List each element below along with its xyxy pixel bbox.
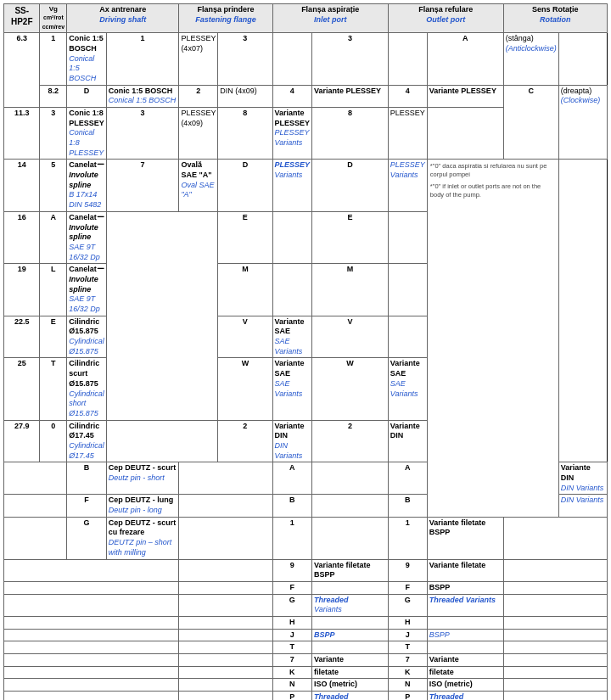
fl-ref-desc-3: PLESSEY — [388, 107, 427, 159]
fl-asp-code-P: P — [272, 692, 312, 700]
fl-asp-desc-W: Variante SAE SAE Variants — [272, 358, 312, 420]
vg-cell: 6.3 — [4, 33, 40, 108]
fl-ref-code-P: P — [388, 692, 427, 700]
fl-pr-empty6 — [179, 559, 272, 581]
header-row: SS-HP2F Vg cm³/rot ccm/rev Ax antrenare … — [4, 4, 608, 33]
fl-asp-code-A: A — [272, 462, 312, 495]
fl-asp-desc-3: Variante PLESSEY PLESSEY Variants — [272, 107, 312, 159]
fl-ref-desc-H — [427, 616, 503, 629]
empty-ax-big2 — [4, 581, 179, 594]
fl-pr-desc: PLESSEY (4x07) — [179, 33, 218, 85]
fl-asp-code-W: W — [218, 358, 272, 420]
ax-desc-B: Cep DEUTZ - scurt Deutz pin - short — [106, 462, 179, 495]
fl-pr-empty15 — [179, 692, 272, 700]
empty-sens3 — [503, 581, 607, 594]
fl-asp-desc-9: Variante filetate BSPP — [312, 559, 389, 581]
ax-desc: Conic 1:5 BOSCH Conical 1:5 BOSCH — [67, 33, 107, 85]
ax-code: 1 — [40, 33, 67, 85]
fl-asp-code-1: 1 — [272, 517, 312, 559]
fl-ref-desc-E — [388, 211, 427, 263]
fl-ref-code-H: H — [388, 616, 427, 629]
fl-ref-desc-2: Variante PLESSEY — [427, 85, 503, 107]
fl-asp-code-V: V — [218, 316, 272, 358]
ax-desc-5: Canelatー Involute spline B 17x14 DIN 548… — [67, 160, 107, 211]
table-row: G Cep DEUTZ - scurt cu frezare DEUTZ pin… — [4, 517, 608, 559]
fl-ref-desc-2x: Variante DIN — [388, 420, 427, 462]
fl-ref-code-2: 4 — [388, 85, 427, 107]
model-header: SS-HP2F — [4, 4, 40, 33]
fl-pr-empty2 — [106, 420, 217, 462]
fl-ref-code-2x: 2 — [312, 420, 389, 462]
fl-asp-desc — [272, 33, 312, 85]
fl-asp-desc-V: Variante SAE SAE Variants — [272, 316, 312, 358]
ax-desc-0: Cilindric Ø17.45 Cylindrical Ø17.45 — [67, 420, 107, 462]
table-row: 8.2 D Conic 1:5 BOSCH Conical 1:5 BOSCH … — [4, 85, 608, 107]
fl-ref-code-W: W — [312, 358, 389, 420]
fl-pr-code-7: 7 — [106, 160, 179, 211]
ax-letter-L: L — [40, 264, 67, 316]
empty-sens9 — [503, 666, 607, 679]
empty-sens5 — [503, 616, 607, 629]
fl-asp-code-E: E — [218, 211, 272, 263]
ax-header: Ax antrenare Driving shaft — [67, 4, 179, 33]
ax-desc-G: Cep DEUTZ - scurt cu frezare DEUTZ pin –… — [106, 517, 179, 559]
fl-asp-desc-2: Variante PLESSEY — [312, 85, 389, 107]
empty-ax-big3 — [4, 594, 179, 616]
empty-ax-big7 — [4, 654, 179, 667]
fl-asp-desc-J: BSPP — [312, 629, 389, 641]
fl-asp-code-G: G — [272, 594, 312, 616]
empty-sens7 — [503, 641, 607, 654]
empty-ax-big9 — [4, 679, 179, 692]
fl-asp-code-2: 4 — [272, 85, 312, 107]
fl-asp-desc-K: filetate — [312, 666, 389, 679]
table-row: J BSPP J BSPP — [4, 629, 608, 641]
empty-ax-big5 — [4, 629, 179, 641]
fl-asp-desc-N: ISO (metric) — [312, 679, 389, 692]
fl-asp-desc-7: Variante — [312, 654, 389, 667]
vg-cell-8: 25 — [4, 358, 40, 420]
empty-sens11 — [503, 692, 607, 700]
fl-asp-desc-1 — [312, 517, 389, 559]
fl-ref-code-K: K — [388, 666, 427, 679]
ax-letter-D: D — [67, 85, 107, 107]
fl-pr-desc-3: PLESSEY (4x09) — [179, 107, 218, 159]
empty-ax-big6 — [4, 641, 179, 654]
empty-ax-big10 — [4, 692, 179, 700]
ax-desc-T: Cilindric scurt Ø15.875 Cylindrical shor… — [67, 358, 107, 420]
fl-asp-desc-F — [312, 581, 389, 594]
fl-ref-code-E: E — [312, 211, 389, 263]
fl-pr-code: 1 — [106, 33, 179, 85]
fl-asp-code-T: T — [272, 641, 312, 654]
fl-pr-desc-7: Ovală SAE "A" Oval SAE "A" — [179, 160, 218, 211]
fl-asp-code-2x: 2 — [218, 420, 272, 462]
fl-ref-code-T: T — [388, 641, 427, 654]
fl-pr-empty — [106, 211, 217, 420]
fl-ref-desc-F: BSPP — [427, 581, 503, 594]
vg-cell-7: 22.5 — [4, 316, 40, 358]
fl-asp-desc-B — [312, 495, 389, 517]
ax-desc-L: Canelatー Involute spline SAE 9T 16/32 Dp — [67, 264, 107, 316]
fl-asp-desc-2x: Variante DIN DIN Variants — [272, 420, 312, 462]
ax-desc-D: Conic 1:5 BOSCH Conical 1:5 BOSCH — [106, 85, 179, 107]
table-row: G Threaded Variants G Threaded Variants — [4, 594, 608, 616]
table-row: K filetate K filetate — [4, 666, 608, 679]
sens-desc-A: (stânga) (Anticlockwise) — [503, 33, 558, 85]
fl-pr-code-3: 3 — [106, 107, 179, 159]
fl-pr-empty9 — [179, 616, 272, 629]
fl-ref-desc — [388, 33, 427, 85]
fl-pr-empty11 — [179, 641, 272, 654]
fl-ref-code-A: A — [388, 462, 427, 495]
empty-sens — [503, 517, 607, 559]
vg-cell-5: 16 — [4, 211, 40, 263]
empty-ax-big4 — [4, 616, 179, 629]
fl-ref-code-N: N — [388, 679, 427, 692]
fl-ref-code-M: M — [312, 264, 389, 316]
fl-ref-desc-W: Variante SAE SAE Variants — [388, 358, 427, 420]
fl-asp-desc-H — [312, 616, 389, 629]
table-row: N ISO (metric) N ISO (metric) — [4, 679, 608, 692]
fl-ref-desc-G: Threaded Variants — [427, 594, 503, 616]
ax-letter-E: E — [40, 316, 67, 358]
fl-ref-desc-1: Variante filetate BSPP — [427, 517, 503, 559]
fl-ref-code-1: 1 — [388, 517, 427, 559]
fl-asp-code-K: K — [272, 666, 312, 679]
